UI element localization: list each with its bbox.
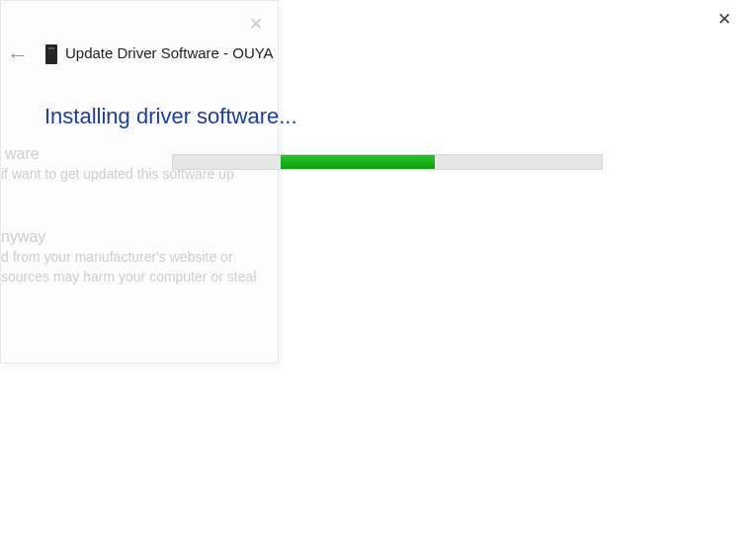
device-icon [45, 44, 57, 64]
ghost-text-4: d from your manufacturer's website or [1, 248, 233, 267]
back-button[interactable]: ← [6, 43, 30, 67]
window-close-button[interactable]: ✕ [714, 10, 734, 30]
status-heading: Installing driver software... [44, 104, 297, 129]
ghost-text-5: sources may harm your computer or steal [1, 268, 256, 286]
progress-bar [172, 154, 603, 170]
close-icon: ✕ [246, 15, 266, 35]
back-arrow-icon: ← [7, 42, 29, 67]
progress-fill [281, 155, 435, 169]
ghost-text-3: nyway [1, 226, 45, 248]
ghost-text-1: ware [5, 143, 40, 165]
dialog-title: Update Driver Software - OUYA [65, 44, 274, 61]
